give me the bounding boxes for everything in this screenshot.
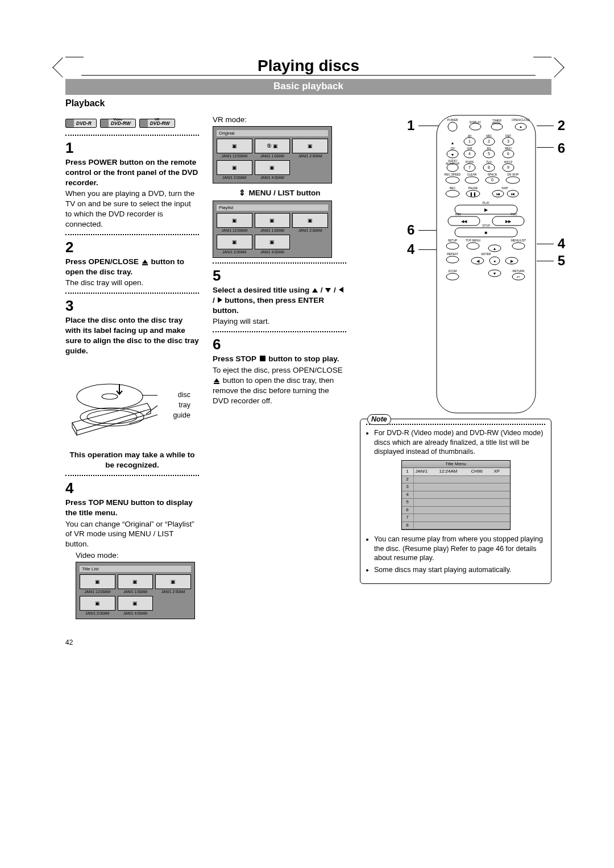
svg-text:TOP MENU: TOP MENU <box>466 239 481 242</box>
caution-text: This operation may take a while to be re… <box>65 450 199 470</box>
vr-mode-label: VR mode: <box>213 115 346 124</box>
step-number: 1 <box>65 140 199 155</box>
svg-text:1: 1 <box>468 139 471 143</box>
svg-text:▲: ▲ <box>493 247 497 251</box>
svg-text:PLAY: PLAY <box>483 201 490 205</box>
svg-text:ZOOM: ZOOM <box>449 269 457 273</box>
badge-dvd-rw-vr: VRDVD-RW <box>139 119 175 128</box>
svg-text:5: 5 <box>488 152 490 156</box>
column-2: VR mode: Original ▣JAN/1 12:00AM ⦿ ▣JAN/… <box>213 114 346 407</box>
separator <box>65 135 199 136</box>
svg-text:RETURN: RETURN <box>513 269 525 273</box>
svg-text:DEF: DEF <box>505 134 511 137</box>
svg-text:WXYZ: WXYZ <box>504 160 512 164</box>
remote-illustration: 1 2 6 6 4 4 5 POWER DISPLA <box>421 114 551 415</box>
separator <box>65 234 199 235</box>
svg-text:▲: ▲ <box>451 141 455 145</box>
step-detail: When you are playing a DVD, turn the TV … <box>65 189 199 229</box>
svg-text:REC SPEED: REC SPEED <box>445 173 461 176</box>
svg-text:MNO: MNO <box>505 147 512 150</box>
svg-text:PQRS: PQRS <box>466 160 474 164</box>
step-5: 5 Select a desired title using / / / but… <box>213 268 346 327</box>
callout-6l: 6 <box>407 222 414 238</box>
osd-titlebar: Playlist <box>217 205 328 211</box>
svg-text:3: 3 <box>507 139 509 143</box>
label-disc: disc <box>178 391 190 400</box>
svg-text:▼: ▼ <box>493 272 497 276</box>
svg-text:SETUP: SETUP <box>448 239 458 242</box>
separator <box>213 262 346 264</box>
subsection-heading: Playback <box>65 98 551 108</box>
label-guide: guide <box>173 411 190 420</box>
step-3: 3 Place the disc onto the disc tray with… <box>65 298 199 470</box>
badge-dvd-r: DVD-R <box>65 119 97 128</box>
note-bullet: For DVD-R (Video mode) and DVD-RW (Video… <box>374 428 545 457</box>
note-box: Note For DVD-R (Video mode) and DVD-RW (… <box>360 419 551 584</box>
note-label: Note <box>367 414 391 425</box>
step-number: 6 <box>213 337 346 352</box>
label-tray: tray <box>179 401 190 410</box>
svg-point-1 <box>102 394 118 399</box>
osd-titlebar: Title List <box>80 566 191 572</box>
svg-text:▶: ▶ <box>484 207 488 212</box>
page-number: 42 <box>65 639 551 646</box>
callout-1: 1 <box>407 118 414 133</box>
separator <box>366 424 545 425</box>
svg-text:⏭: ⏭ <box>511 192 515 196</box>
menu-list-hint: ⇕MENU / LIST button <box>213 188 346 197</box>
right-icon <box>218 297 222 303</box>
svg-text:POWER: POWER <box>447 118 458 122</box>
svg-text:4: 4 <box>468 152 471 156</box>
step-instruction: Select a desired title using / / / butto… <box>213 285 346 315</box>
callout-5r: 5 <box>558 253 565 269</box>
disc-tray-illustration: disc tray guide <box>65 361 190 446</box>
svg-text:FWD: FWD <box>511 212 517 216</box>
svg-text:0: 0 <box>491 178 493 182</box>
svg-point-2 <box>80 408 144 426</box>
svg-text:JKL: JKL <box>487 147 492 150</box>
svg-text:SPACE: SPACE <box>488 173 497 176</box>
step-number: 5 <box>213 268 346 283</box>
badge-dvd-rw-video: VideoDVD-RW <box>100 119 136 128</box>
svg-text:▲: ▲ <box>519 125 522 128</box>
svg-text:▶▶: ▶▶ <box>505 219 512 223</box>
callout-2: 2 <box>558 118 565 133</box>
svg-text:STOP: STOP <box>482 224 490 227</box>
note-bullet: Some discs may start playing automatical… <box>374 565 545 575</box>
svg-text:7: 7 <box>468 165 471 169</box>
step-instruction: Press STOP button to stop play. <box>213 354 346 364</box>
svg-point-0 <box>77 384 143 409</box>
callout-6r: 6 <box>558 140 565 156</box>
osd-titlebar: Original <box>217 130 328 136</box>
video-mode-label: Video mode: <box>76 550 199 561</box>
callout-4r: 4 <box>558 236 565 252</box>
step-number: 2 <box>65 240 199 254</box>
section-bar: Basic playback <box>65 79 551 95</box>
osd-playlist: Playlist ▣JAN/1 12:00AM ▣JAN/1 1:00AM ▣J… <box>213 201 332 258</box>
step-2: 2 Press OPEN/CLOSE button to open the di… <box>65 240 199 288</box>
svg-text:CLEAR: CLEAR <box>467 173 477 176</box>
svg-text:TUV: TUV <box>486 160 492 164</box>
chapter-title: Playing discs <box>81 57 536 76</box>
separator <box>213 331 346 332</box>
down-icon <box>325 288 331 293</box>
separator <box>65 475 199 476</box>
svg-text:◀◀: ◀◀ <box>461 219 467 223</box>
svg-text:OPEN/CLOSE: OPEN/CLOSE <box>512 118 530 122</box>
svg-text:●: ● <box>493 259 496 263</box>
osd-title-list: Title List ▣JAN/1 12:00AM ▣JAN/1 1:00AM … <box>76 562 195 619</box>
step-detail: To eject the disc, press OPEN/CLOSE butt… <box>213 365 346 406</box>
chapter-header: Playing discs <box>65 57 551 76</box>
svg-line-6 <box>129 415 157 424</box>
step-number: 4 <box>65 481 199 495</box>
title-menu-table: Title Menu 1 JAN/1 12:24AM CH96 XP 2 3 4… <box>401 460 511 531</box>
svg-text:REPEAT: REPEAT <box>447 252 458 256</box>
svg-text:PAUSE: PAUSE <box>468 186 478 190</box>
osd-original: Original ▣JAN/1 12:00AM ⦿ ▣JAN/1 1:00AM … <box>213 126 332 183</box>
svg-text:8: 8 <box>488 165 490 169</box>
svg-text:REC: REC <box>450 186 456 190</box>
svg-text:9: 9 <box>507 165 509 169</box>
eject-icon <box>142 260 148 264</box>
left-icon <box>339 287 343 293</box>
column-3: 1 2 6 6 4 4 5 POWER DISPLA <box>360 114 551 584</box>
